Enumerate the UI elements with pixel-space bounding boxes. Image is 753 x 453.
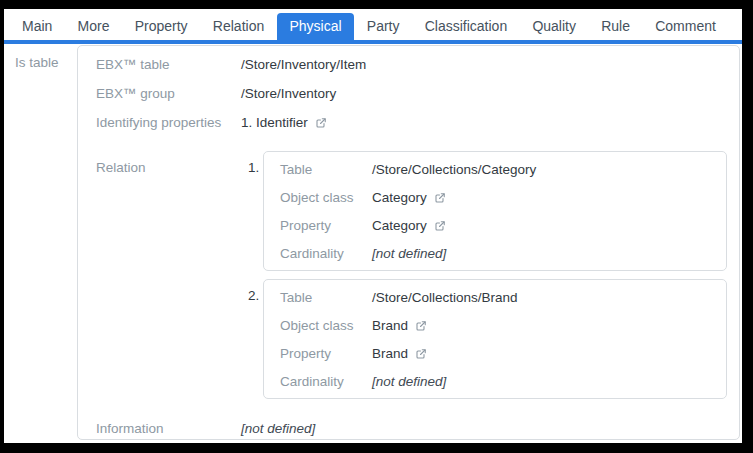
external-link-icon [415,348,427,360]
tab-relation[interactable]: Relation [201,13,276,40]
tab-comment[interactable]: Comment [643,13,728,40]
relation-card: Table /Store/Collections/Category Object… [263,151,727,271]
cardinality-value: [not defined] [372,246,446,261]
field-row-ebx-table: EBX™ table /Store/Inventory/Item [96,50,727,79]
tab-more[interactable]: More [66,13,122,40]
tab-quality[interactable]: Quality [520,13,588,40]
field-label: Relation [96,151,241,399]
card-row-cardinality: Cardinality [not defined] [280,367,726,395]
identifier-link[interactable]: 1. Identifier [241,115,327,130]
field-label: EBX™ table [96,57,241,72]
object-class-link-label: Brand [372,318,408,333]
relation-card: Table /Store/Collections/Brand Object cl… [263,279,727,399]
tab-party[interactable]: Party [355,13,412,40]
object-class-link-label: Category [372,190,427,205]
tab-physical[interactable]: Physical [277,13,353,40]
relation-index: 2. [241,279,263,303]
relation-list: 1. Table /Store/Collections/Category Obj… [241,151,727,399]
field-row-ebx-group: EBX™ group /Store/Inventory [96,79,727,108]
object-class-link[interactable]: Brand [372,318,427,333]
record-type-label: Is table [15,55,59,70]
relation-item-2: 2. Table /Store/Collections/Brand Object… [241,279,727,399]
field-label: Object class [280,190,372,205]
tab-classification[interactable]: Classification [413,13,519,40]
card-row-table: Table /Store/Collections/Brand [280,283,726,311]
tab-bar: Main More Property Relation Physical Par… [4,9,742,40]
object-class-link[interactable]: Category [372,190,446,205]
external-link-icon [315,117,327,129]
field-row-identifying-properties: Identifying properties 1. Identifier [96,108,727,137]
ebx-group-value: /Store/Inventory [241,86,336,101]
property-link[interactable]: Category [372,218,446,233]
cardinality-value: [not defined] [372,374,446,389]
information-value: [not defined] [241,421,315,436]
tab-property[interactable]: Property [123,13,200,40]
field-label: Property [280,346,372,361]
tab-rule[interactable]: Rule [589,13,642,40]
card-row-property: Property Brand [280,339,726,367]
field-label: Cardinality [280,374,372,389]
relation-index: 1. [241,151,263,175]
external-link-icon [415,320,427,332]
relation-table-value: /Store/Collections/Category [372,162,536,177]
identifier-link-label: 1. Identifier [241,115,308,130]
app-window: Main More Property Relation Physical Par… [4,9,742,443]
tab-main[interactable]: Main [10,13,64,40]
property-link-label: Brand [372,346,408,361]
field-label: Table [280,290,372,305]
field-label: Cardinality [280,246,372,261]
card-row-table: Table /Store/Collections/Category [280,155,726,183]
card-row-object-class: Object class Category [280,183,726,211]
external-link-icon [434,220,446,232]
field-label: EBX™ group [96,86,241,101]
field-label: Property [280,218,372,233]
property-link[interactable]: Brand [372,346,427,361]
field-label: Identifying properties [96,115,241,130]
external-link-icon [434,192,446,204]
property-link-label: Category [372,218,427,233]
card-row-property: Property Category [280,211,726,239]
relation-section: Relation 1. Table /Store/Collections/Cat… [96,151,727,399]
tab-underline [4,40,742,44]
physical-panel: EBX™ table /Store/Inventory/Item EBX™ gr… [77,45,740,440]
field-row-information: Information [not defined] [96,414,727,440]
ebx-table-value: /Store/Inventory/Item [241,57,366,72]
field-label: Table [280,162,372,177]
card-row-object-class: Object class Brand [280,311,726,339]
card-row-cardinality: Cardinality [not defined] [280,239,726,267]
relation-item-1: 1. Table /Store/Collections/Category Obj… [241,151,727,271]
field-label: Object class [280,318,372,333]
relation-table-value: /Store/Collections/Brand [372,290,518,305]
field-label: Information [96,421,241,436]
